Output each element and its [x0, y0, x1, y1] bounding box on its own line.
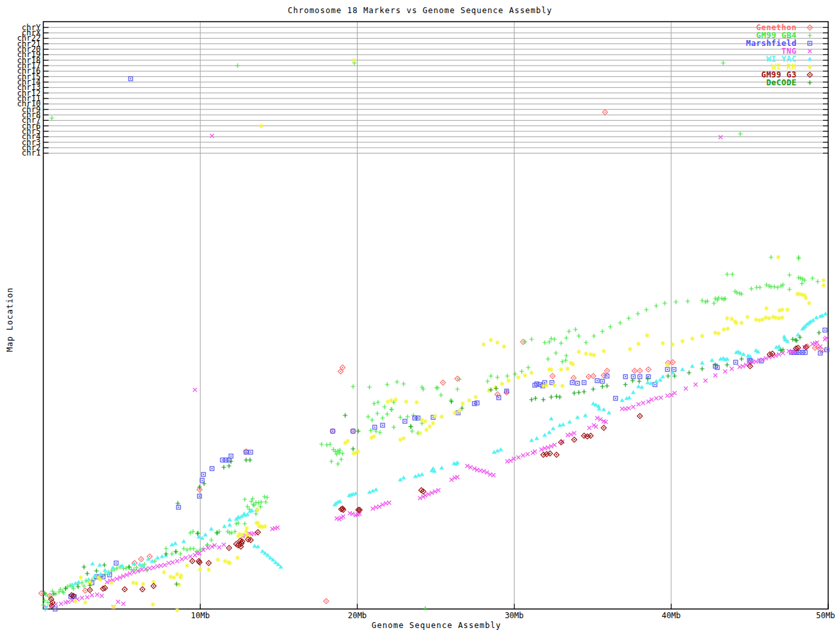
- scatter-plot: 10Mb20Mb30Mb40Mb50MbchrYchrXchr22chr21ch…: [0, 0, 840, 630]
- legend-label: DeCODE: [766, 78, 797, 87]
- legend-marker-plus-icon: [799, 79, 816, 87]
- series-tng: [44, 134, 828, 610]
- legend-marker-cross-icon: [799, 47, 816, 55]
- series-wirh: [74, 58, 826, 613]
- series-marshfield: [53, 77, 829, 611]
- legend-marker-diamond-icon: [799, 24, 816, 32]
- legend: GenethonGM99 GB4MarshfieldTNGWI YACWI RH…: [746, 24, 816, 87]
- chromosome-rows: chrYchrXchr22chr21chr20chr19chr18chr17ch…: [17, 23, 828, 158]
- x-tick-label: 10Mb: [191, 611, 210, 620]
- series-decode: [43, 331, 822, 597]
- legend-marker-triangle-icon: [799, 55, 816, 63]
- series-gm99g3: [49, 345, 808, 608]
- x-tick-label: 40Mb: [662, 611, 681, 620]
- x-tick-label: 30Mb: [505, 611, 524, 620]
- legend-marker-diamond-icon: [799, 71, 816, 79]
- x-tick-label: 20Mb: [348, 611, 367, 620]
- legend-item-decode: DeCODE: [746, 79, 816, 87]
- x-tick-label: 50Mb: [816, 611, 835, 620]
- gridlines: 10Mb20Mb30Mb40Mb50Mb: [191, 22, 835, 620]
- series-genethon: [39, 110, 825, 604]
- series-wiyac: [43, 312, 828, 609]
- legend-marker-plus-icon: [799, 32, 816, 39]
- plot-border: [43, 22, 828, 609]
- legend-marker-star-icon: [799, 63, 816, 71]
- chromosome-label: chr1: [22, 148, 41, 158]
- legend-marker-square-icon: [799, 39, 816, 47]
